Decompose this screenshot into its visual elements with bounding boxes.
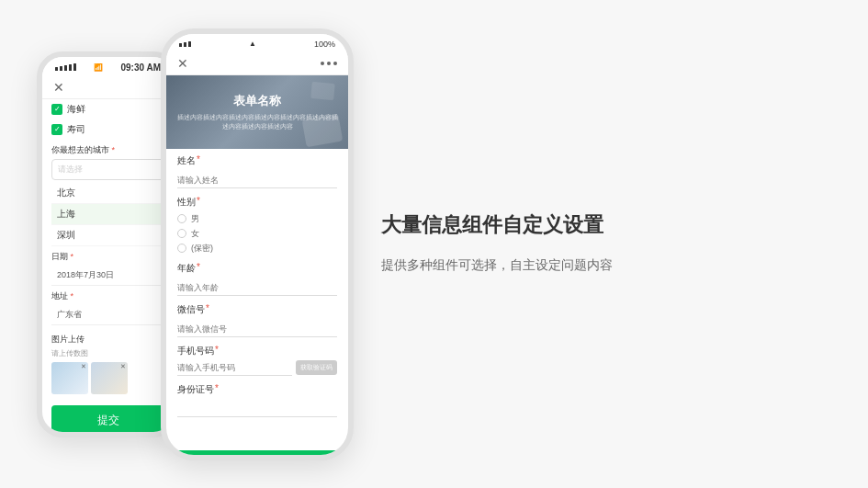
radio-secret[interactable]: (保密) (177, 243, 337, 255)
radio-circle-male (177, 214, 186, 223)
phone-left: 📶 09:30 AM ✕ ✓ 海鲜 ✓ 寿司 你最想去的城市 * 请选择 (37, 51, 179, 437)
label-age: 年龄 * (177, 262, 337, 275)
photo-remove-2[interactable]: ✕ (120, 363, 126, 370)
label-phone: 手机号码 * (177, 345, 337, 357)
info-title: 大量信息组件自定义设置 (381, 211, 804, 240)
radio-circle-female (177, 229, 186, 238)
city-option-beijing[interactable]: 北京 (51, 183, 164, 204)
input-id[interactable] (177, 402, 337, 417)
submit-button-left[interactable]: 提交 (51, 405, 164, 436)
label-id: 身份证号 * (177, 383, 337, 396)
checkbox-icon-sushi: ✓ (51, 124, 62, 135)
form-description: 插述内容插述内容插述内容插述内容插述内容插述内容插述内容插述内容插述内容 (166, 113, 348, 131)
address-value[interactable]: 广东省 (51, 305, 164, 325)
photo-thumb-2[interactable]: ✕ (91, 362, 128, 394)
header-right: ✕ (166, 52, 348, 75)
label-name: 姓名 * (177, 154, 337, 167)
close-icon-left[interactable]: ✕ (53, 80, 64, 95)
radio-group-gender: 男 女 (保密) (177, 211, 337, 255)
checkbox-label-seafood: 海鲜 (67, 103, 85, 116)
input-name[interactable] (177, 173, 337, 188)
checkbox-seafood[interactable]: ✓ 海鲜 (51, 99, 164, 119)
date-label: 日期 * (51, 246, 164, 266)
photo-label: 图片上传 (51, 329, 164, 348)
signal-right (179, 41, 191, 47)
photo-remove-1[interactable]: ✕ (81, 363, 86, 370)
left-phone-content: ✓ 海鲜 ✓ 寿司 你最想去的城市 * 请选择 北京 上海 深圳 日期 * 20… (42, 99, 174, 436)
checkbox-label-sushi: 寿司 (67, 123, 85, 136)
phone-number-row: 获取验证码 (177, 360, 337, 376)
signal-left (55, 63, 76, 71)
field-age: 年龄 * (177, 262, 337, 296)
phone-right: ▲ 100% ✕ 表单名称 插述内容插述内容插述内容插述内容插述内容插述内容插述… (161, 28, 354, 460)
time-left: 09:30 AM (120, 62, 161, 73)
label-gender: 性别 * (177, 196, 337, 209)
scene: 📶 09:30 AM ✕ ✓ 海鲜 ✓ 寿司 你最想去的城市 * 请选择 (0, 0, 868, 488)
photo-thumb-1[interactable]: ✕ (51, 362, 88, 394)
radio-female[interactable]: 女 (177, 228, 337, 240)
info-panel: 大量信息组件自定义设置 提供多种组件可选择，自主设定问题内容 (354, 193, 831, 296)
more-dots-right[interactable] (321, 62, 337, 65)
header-left: ✕ (42, 76, 174, 99)
radio-male[interactable]: 男 (177, 213, 337, 225)
checkbox-icon-seafood: ✓ (51, 104, 62, 115)
checkbox-sushi[interactable]: ✓ 寿司 (51, 119, 164, 140)
battery-right: 100% (314, 40, 335, 49)
field-name: 姓名 * (177, 154, 337, 188)
photo-hint: 请上传数图 (51, 348, 164, 358)
photo-grid: ✕ ✕ (51, 362, 164, 394)
banner-shape-2 (310, 81, 334, 99)
close-icon-right[interactable]: ✕ (177, 56, 188, 71)
status-bar-left: 📶 09:30 AM (42, 57, 174, 76)
field-gender: 性别 * 男 女 (保密) (177, 196, 337, 255)
input-age[interactable] (177, 280, 337, 296)
city-option-shanghai[interactable]: 上海 (51, 204, 164, 225)
field-phone: 手机号码 * 获取验证码 (177, 345, 337, 376)
radio-circle-secret (177, 244, 186, 253)
photo-section: 图片上传 请上传数图 ✕ ✕ (51, 325, 164, 398)
form-banner: 表单名称 插述内容插述内容插述内容插述内容插述内容插述内容插述内容插述内容插述内… (166, 75, 348, 149)
city-label: 你最想去的城市 * (51, 140, 164, 159)
input-wechat[interactable] (177, 322, 337, 337)
date-value[interactable]: 2018年7月30日 (51, 266, 164, 286)
label-wechat: 微信号 * (177, 303, 337, 316)
city-option-shenzhen[interactable]: 深圳 (51, 225, 164, 246)
city-placeholder[interactable]: 请选择 (51, 159, 164, 180)
info-description: 提供多种组件可选择，自主设定问题内容 (381, 254, 804, 277)
form-title: 表单名称 (233, 93, 281, 109)
verify-button[interactable]: 获取验证码 (296, 360, 337, 375)
field-wechat: 微信号 * (177, 303, 337, 337)
input-phone[interactable] (177, 360, 292, 376)
form-scroll: 姓名 * 性别 * 男 女 (166, 149, 348, 450)
status-bar-right: ▲ 100% (166, 34, 348, 52)
wifi-icon-right: ▲ (249, 40, 256, 48)
submit-button-right[interactable]: 提交 (166, 450, 348, 460)
field-id: 身份证号 * (177, 383, 337, 417)
wifi-icon-left: 📶 (94, 63, 103, 72)
address-label: 地址 * (51, 286, 164, 305)
